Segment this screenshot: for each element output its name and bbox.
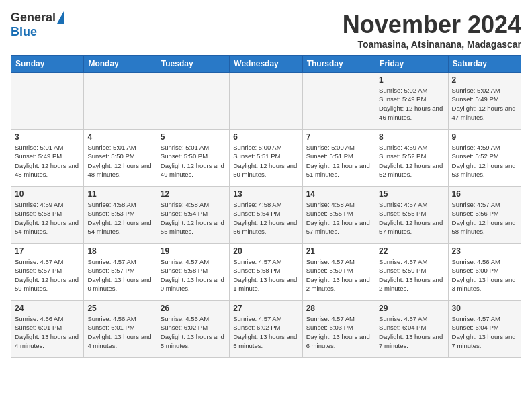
day-info: Sunrise: 5:02 AM Sunset: 5:49 PM Dayligh… xyxy=(452,86,517,122)
calendar-week-4: 17Sunrise: 4:57 AM Sunset: 5:57 PM Dayli… xyxy=(11,244,521,301)
calendar-cell: 25Sunrise: 4:56 AM Sunset: 6:01 PM Dayli… xyxy=(84,301,157,358)
day-info: Sunrise: 4:57 AM Sunset: 5:56 PM Dayligh… xyxy=(452,200,517,236)
day-number: 22 xyxy=(379,246,444,256)
day-number: 2 xyxy=(452,75,517,85)
calendar-cell xyxy=(84,73,157,130)
day-number: 24 xyxy=(15,304,80,313)
day-info: Sunrise: 4:58 AM Sunset: 5:54 PM Dayligh… xyxy=(161,200,226,236)
day-info: Sunrise: 4:56 AM Sunset: 6:01 PM Dayligh… xyxy=(15,314,80,350)
day-number: 27 xyxy=(233,304,298,313)
calendar-cell: 5Sunrise: 5:01 AM Sunset: 5:50 PM Daylig… xyxy=(157,130,229,187)
calendar-cell: 27Sunrise: 4:57 AM Sunset: 6:02 PM Dayli… xyxy=(230,301,302,358)
calendar-cell xyxy=(157,73,229,130)
calendar-cell: 21Sunrise: 4:57 AM Sunset: 5:59 PM Dayli… xyxy=(302,244,375,301)
day-info: Sunrise: 5:01 AM Sunset: 5:50 PM Dayligh… xyxy=(161,143,226,179)
day-info: Sunrise: 4:56 AM Sunset: 6:02 PM Dayligh… xyxy=(161,314,226,350)
day-number: 4 xyxy=(87,132,152,142)
day-info: Sunrise: 4:56 AM Sunset: 6:00 PM Dayligh… xyxy=(452,257,517,293)
day-info: Sunrise: 4:58 AM Sunset: 5:55 PM Dayligh… xyxy=(306,200,371,236)
day-info: Sunrise: 5:02 AM Sunset: 5:49 PM Dayligh… xyxy=(379,86,444,122)
weekday-header-tuesday: Tuesday xyxy=(157,56,229,73)
day-number: 28 xyxy=(306,304,371,313)
day-number: 30 xyxy=(452,304,517,313)
weekday-header-thursday: Thursday xyxy=(302,56,375,73)
calendar-week-5: 24Sunrise: 4:56 AM Sunset: 6:01 PM Dayli… xyxy=(11,301,521,358)
day-number: 25 xyxy=(87,304,152,313)
logo-blue-text: Blue xyxy=(11,25,37,39)
calendar-cell: 18Sunrise: 4:57 AM Sunset: 5:57 PM Dayli… xyxy=(84,244,157,301)
calendar-cell: 22Sunrise: 4:57 AM Sunset: 5:59 PM Dayli… xyxy=(375,244,448,301)
day-info: Sunrise: 4:59 AM Sunset: 5:52 PM Dayligh… xyxy=(452,143,517,179)
day-info: Sunrise: 4:57 AM Sunset: 6:04 PM Dayligh… xyxy=(452,314,517,350)
weekday-header-monday: Monday xyxy=(84,56,157,73)
day-info: Sunrise: 5:01 AM Sunset: 5:50 PM Dayligh… xyxy=(87,143,152,179)
calendar-cell: 28Sunrise: 4:57 AM Sunset: 6:03 PM Dayli… xyxy=(302,301,375,358)
calendar-week-3: 10Sunrise: 4:59 AM Sunset: 5:53 PM Dayli… xyxy=(11,187,521,244)
calendar-cell: 19Sunrise: 4:57 AM Sunset: 5:58 PM Dayli… xyxy=(157,244,229,301)
day-number: 9 xyxy=(452,132,517,142)
day-number: 8 xyxy=(379,132,444,142)
day-number: 3 xyxy=(15,132,80,142)
day-number: 15 xyxy=(379,189,444,199)
day-number: 13 xyxy=(233,189,298,199)
calendar-cell xyxy=(230,73,302,130)
day-info: Sunrise: 4:56 AM Sunset: 6:01 PM Dayligh… xyxy=(87,314,152,350)
calendar-cell: 30Sunrise: 4:57 AM Sunset: 6:04 PM Dayli… xyxy=(448,301,521,358)
day-number: 1 xyxy=(379,75,444,85)
logo-general-text: General xyxy=(11,11,56,25)
calendar-cell: 3Sunrise: 5:01 AM Sunset: 5:49 PM Daylig… xyxy=(11,130,84,187)
day-info: Sunrise: 4:57 AM Sunset: 6:03 PM Dayligh… xyxy=(306,314,371,350)
calendar-cell: 20Sunrise: 4:57 AM Sunset: 5:58 PM Dayli… xyxy=(230,244,302,301)
weekday-header-sunday: Sunday xyxy=(11,56,84,73)
calendar-cell: 17Sunrise: 4:57 AM Sunset: 5:57 PM Dayli… xyxy=(11,244,84,301)
day-info: Sunrise: 4:57 AM Sunset: 5:58 PM Dayligh… xyxy=(161,257,226,293)
calendar-table: SundayMondayTuesdayWednesdayThursdayFrid… xyxy=(11,55,521,358)
day-info: Sunrise: 4:59 AM Sunset: 5:52 PM Dayligh… xyxy=(379,143,444,179)
calendar-cell: 7Sunrise: 5:00 AM Sunset: 5:51 PM Daylig… xyxy=(302,130,375,187)
weekday-header-wednesday: Wednesday xyxy=(230,56,302,73)
calendar-cell: 11Sunrise: 4:58 AM Sunset: 5:53 PM Dayli… xyxy=(84,187,157,244)
day-number: 14 xyxy=(306,189,371,199)
day-info: Sunrise: 4:57 AM Sunset: 5:59 PM Dayligh… xyxy=(306,257,371,293)
day-info: Sunrise: 4:57 AM Sunset: 5:55 PM Dayligh… xyxy=(379,200,444,236)
calendar-cell xyxy=(11,73,84,130)
calendar-week-1: 1Sunrise: 5:02 AM Sunset: 5:49 PM Daylig… xyxy=(11,73,521,130)
page-header: General Blue November 2024 Toamasina, At… xyxy=(11,11,521,50)
day-number: 20 xyxy=(233,246,298,256)
calendar-cell: 4Sunrise: 5:01 AM Sunset: 5:50 PM Daylig… xyxy=(84,130,157,187)
day-info: Sunrise: 5:00 AM Sunset: 5:51 PM Dayligh… xyxy=(306,143,371,179)
calendar-header-row: SundayMondayTuesdayWednesdayThursdayFrid… xyxy=(11,56,521,73)
day-number: 5 xyxy=(161,132,226,142)
calendar-cell: 13Sunrise: 4:58 AM Sunset: 5:54 PM Dayli… xyxy=(230,187,302,244)
location-title: Toamasina, Atsinanana, Madagascar xyxy=(343,39,521,50)
calendar-cell: 2Sunrise: 5:02 AM Sunset: 5:49 PM Daylig… xyxy=(448,73,521,130)
calendar-cell: 16Sunrise: 4:57 AM Sunset: 5:56 PM Dayli… xyxy=(448,187,521,244)
day-number: 6 xyxy=(233,132,298,142)
day-number: 21 xyxy=(306,246,371,256)
calendar-week-2: 3Sunrise: 5:01 AM Sunset: 5:49 PM Daylig… xyxy=(11,130,521,187)
title-block: November 2024 Toamasina, Atsinanana, Mad… xyxy=(343,11,521,50)
calendar-cell: 8Sunrise: 4:59 AM Sunset: 5:52 PM Daylig… xyxy=(375,130,448,187)
day-number: 23 xyxy=(452,246,517,256)
day-number: 19 xyxy=(161,246,226,256)
logo-triangle-icon xyxy=(57,11,64,24)
day-info: Sunrise: 5:00 AM Sunset: 5:51 PM Dayligh… xyxy=(233,143,298,179)
calendar-cell: 9Sunrise: 4:59 AM Sunset: 5:52 PM Daylig… xyxy=(448,130,521,187)
calendar-cell: 24Sunrise: 4:56 AM Sunset: 6:01 PM Dayli… xyxy=(11,301,84,358)
calendar-cell: 6Sunrise: 5:00 AM Sunset: 5:51 PM Daylig… xyxy=(230,130,302,187)
day-number: 16 xyxy=(452,189,517,199)
day-number: 12 xyxy=(161,189,226,199)
weekday-header-friday: Friday xyxy=(375,56,448,73)
day-info: Sunrise: 4:57 AM Sunset: 6:02 PM Dayligh… xyxy=(233,314,298,350)
day-number: 11 xyxy=(87,189,152,199)
calendar-cell: 14Sunrise: 4:58 AM Sunset: 5:55 PM Dayli… xyxy=(302,187,375,244)
day-info: Sunrise: 4:57 AM Sunset: 5:59 PM Dayligh… xyxy=(379,257,444,293)
day-number: 26 xyxy=(161,304,226,313)
calendar-cell: 12Sunrise: 4:58 AM Sunset: 5:54 PM Dayli… xyxy=(157,187,229,244)
calendar-cell: 10Sunrise: 4:59 AM Sunset: 5:53 PM Dayli… xyxy=(11,187,84,244)
calendar-cell: 26Sunrise: 4:56 AM Sunset: 6:02 PM Dayli… xyxy=(157,301,229,358)
day-number: 29 xyxy=(379,304,444,313)
calendar-cell xyxy=(302,73,375,130)
day-info: Sunrise: 4:57 AM Sunset: 5:57 PM Dayligh… xyxy=(15,257,80,293)
day-info: Sunrise: 5:01 AM Sunset: 5:49 PM Dayligh… xyxy=(15,143,80,179)
